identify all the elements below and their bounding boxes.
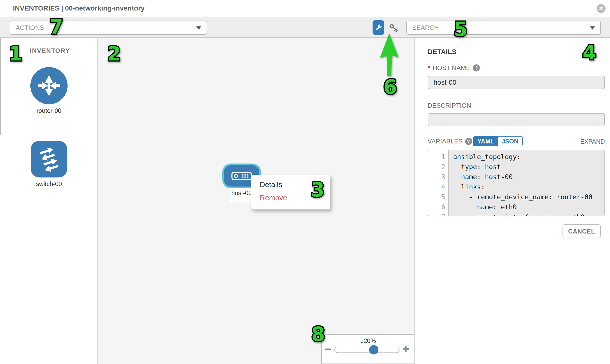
description-label: DESCRIPTION [428,102,471,109]
page-title: INVENTORIES | 00-networking-inventory [13,4,145,12]
host-icon [231,172,252,181]
context-menu: Details Remove [251,175,330,209]
host-name-input[interactable] [428,76,605,89]
search-dropdown[interactable]: SEARCH [406,21,601,35]
code-line: 3 name: host-00 [428,172,604,182]
app-window: INVENTORIES | 00-networking-inventory ✕ … [0,0,610,364]
zoom-slider-track[interactable] [334,347,400,353]
description-label-text: DESCRIPTION [428,102,471,109]
line-text: remote_interface_name: eth0 [449,212,584,216]
help-icon[interactable]: ? [465,138,472,145]
zoom-out-button[interactable]: − [324,343,331,355]
inventory-sidebar: INVENTORY router-00 [0,38,98,364]
topology-canvas[interactable]: host-00 Details Remove 120% − + [98,38,415,364]
sidebar-scrollbar[interactable] [0,38,1,135]
variables-label-text: VARIABLES [428,138,463,145]
palette-item-label: router-00 [27,107,71,114]
close-icon[interactable]: ✕ [597,4,606,13]
palette-item-router[interactable]: router-00 [27,67,71,114]
zoom-in-button[interactable]: + [402,343,409,355]
zoom-slider-knob[interactable] [369,345,378,354]
required-asterisk: * [428,64,430,72]
switch-icon [31,141,67,178]
line-number: 6 [428,202,449,212]
line-text: - remote_device_name: router-00 [449,192,592,202]
details-panel-heading: DETAILS [428,48,456,56]
configure-button[interactable] [373,20,384,35]
wrench-icon [374,24,383,32]
toolbar: ACTIONS SEARCH [0,17,610,38]
actions-dropdown-label: ACTIONS [16,24,44,32]
sidebar-heading: INVENTORY [30,47,70,55]
help-glyph: ? [467,139,470,144]
variables-row: VARIABLES ? YAML JSON EXPAND [428,136,605,147]
router-icon [30,67,67,104]
code-line: 4 links: [428,182,604,192]
line-text: type: host [449,162,501,172]
code-line: 5 - remote_device_name: router-00 [428,192,604,202]
header-bar: INVENTORIES | 00-networking-inventory ✕ [0,0,610,17]
description-input[interactable] [428,113,605,126]
chevron-down-icon [590,26,595,30]
actions-dropdown[interactable]: ACTIONS [10,21,207,35]
line-number: 2 [428,162,449,172]
chevron-down-icon [196,26,201,30]
line-text: ansible_topology: [449,152,521,162]
host-node-label: host-00 [229,189,255,196]
code-line: 7 remote_interface_name: eth0 [428,212,604,216]
expand-link[interactable]: EXPAND [580,138,605,145]
help-icon[interactable]: ? [473,64,480,71]
details-panel: DETAILS * HOST NAME ? DESCRIPTION VARIAB… [415,38,610,364]
zoom-level-label: 120% [322,337,415,344]
host-name-label: * HOST NAME ? [428,64,480,72]
line-text: links: [449,182,485,192]
line-number: 5 [428,192,449,202]
palette-item-switch[interactable]: switch-00 [27,141,71,187]
line-text: name: host-00 [449,172,513,182]
context-menu-item-remove[interactable]: Remove [251,191,330,204]
help-glyph: ? [475,65,478,71]
code-lines: 1ansible_topology: 2 type: host 3 name: … [428,152,604,216]
toggle-yaml-button[interactable]: YAML [474,137,498,146]
variables-format-toggle: YAML JSON [473,136,523,146]
search-input: SEARCH [412,24,439,32]
zoom-widget: 120% − + [321,334,415,364]
line-number: 1 [428,152,449,162]
code-line: 6 name: eth0 [428,202,604,212]
toggle-json-button[interactable]: JSON [498,137,522,146]
palette-item-label: switch-00 [27,181,71,187]
line-text: name: eth0 [449,202,517,212]
key-button[interactable] [388,23,400,35]
host-name-label-text: HOST NAME [432,64,470,72]
context-menu-item-details[interactable]: Details [251,178,330,191]
code-line: 2 type: host [428,162,604,172]
variables-label: VARIABLES ? [428,138,472,145]
line-number: 3 [428,172,449,182]
cancel-button[interactable]: CANCEL [562,224,601,238]
code-line: 1ansible_topology: [428,152,604,162]
line-number: 4 [428,182,449,192]
close-glyph: ✕ [598,5,603,12]
key-icon [388,24,399,34]
variables-code-editor[interactable]: 1ansible_topology: 2 type: host 3 name: … [428,150,605,216]
line-number: 7 [428,212,449,216]
